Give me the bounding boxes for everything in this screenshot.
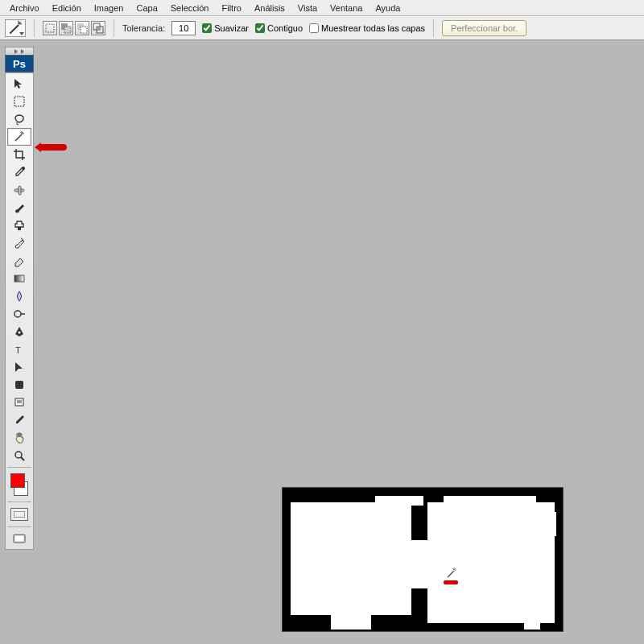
menu-imagen[interactable]: Imagen	[88, 2, 130, 14]
svg-rect-21	[18, 227, 21, 230]
blur-tool[interactable]	[7, 287, 31, 305]
hand-tool[interactable]	[7, 429, 31, 447]
antialias-check-input[interactable]	[202, 23, 212, 33]
antialias-checkbox[interactable]: Suavizar	[202, 23, 249, 33]
antialias-label: Suavizar	[214, 23, 249, 33]
svg-rect-6	[64, 27, 71, 33]
selection-mode-buttons	[43, 21, 105, 35]
annotation-mark	[444, 580, 458, 584]
svg-rect-11	[97, 27, 100, 30]
svg-point-23	[14, 311, 21, 317]
selection-add-button[interactable]	[59, 21, 73, 35]
main-menu-bar: Archivo Edición Imagen Capa Selección Fi…	[0, 0, 644, 16]
selection-subtract-button[interactable]	[75, 21, 89, 35]
crop-tool[interactable]	[7, 146, 31, 163]
menu-vista[interactable]: Vista	[291, 2, 324, 14]
menu-seleccion[interactable]: Selección	[164, 2, 216, 14]
refine-edge-button[interactable]: Perfeccionar bor.	[442, 20, 526, 36]
annotation-arrow	[38, 144, 67, 151]
tolerance-label: Tolerancia:	[122, 23, 165, 33]
screen-mode-button[interactable]	[7, 530, 31, 547]
menu-ayuda[interactable]: Ayuda	[369, 2, 407, 14]
shape-tool[interactable]	[7, 376, 31, 394]
sample-all-checkbox[interactable]: Muestrear todas las capas	[309, 23, 425, 33]
current-tool-preset[interactable]	[5, 19, 26, 37]
sample-all-check-input[interactable]	[309, 23, 319, 33]
move-tool[interactable]	[7, 75, 31, 93]
svg-rect-22	[14, 275, 24, 282]
photoshop-logo: Ps	[5, 55, 34, 72]
svg-rect-27	[15, 381, 23, 389]
contiguous-check-input[interactable]	[255, 23, 265, 33]
svg-line-13	[15, 134, 22, 141]
svg-text:T: T	[15, 345, 21, 355]
selection-new-button[interactable]	[43, 21, 57, 35]
eyedropper-tool[interactable]	[7, 163, 31, 181]
menu-filtro[interactable]: Filtro	[215, 2, 247, 14]
svg-rect-34	[15, 536, 23, 541]
svg-line-35	[448, 571, 454, 577]
wand-cursor-icon	[446, 564, 460, 579]
menu-capa[interactable]: Capa	[130, 2, 163, 14]
contiguous-label: Contiguo	[267, 23, 303, 33]
menu-edicion[interactable]: Edición	[46, 2, 88, 14]
clone-stamp-tool[interactable]	[7, 217, 31, 234]
menu-archivo[interactable]: Archivo	[3, 2, 46, 14]
selection-intersect-button[interactable]	[91, 21, 105, 35]
svg-line-0	[10, 25, 19, 34]
options-bar: Tolerancia: Suavizar Contiguo Muestrear …	[0, 16, 644, 40]
svg-line-32	[21, 457, 24, 460]
color-sampler-tool[interactable]	[7, 411, 31, 429]
contiguous-checkbox[interactable]: Contiguo	[255, 23, 303, 33]
pen-tool[interactable]	[7, 323, 31, 341]
svg-rect-4	[46, 24, 54, 32]
magic-wand-tool[interactable]	[7, 128, 31, 146]
quick-mask-toggle[interactable]	[7, 505, 31, 524]
toolbox-panel: Ps T	[5, 47, 34, 550]
sample-all-label: Muestrear todas las capas	[321, 23, 425, 33]
svg-point-25	[19, 332, 21, 334]
foreground-color-swatch[interactable]	[10, 473, 25, 488]
notes-tool[interactable]	[7, 394, 31, 411]
type-tool[interactable]: T	[7, 341, 31, 358]
svg-point-31	[15, 452, 22, 458]
document-canvas[interactable]	[282, 487, 564, 632]
svg-point-18	[22, 167, 25, 170]
svg-rect-12	[14, 97, 24, 106]
zoom-tool[interactable]	[7, 447, 31, 464]
color-swatches[interactable]	[9, 472, 30, 497]
toolbox-collapse-handle[interactable]	[5, 47, 34, 55]
menu-ventana[interactable]: Ventana	[324, 2, 369, 14]
lasso-tool[interactable]	[7, 110, 31, 128]
svg-rect-8	[80, 27, 87, 33]
svg-rect-20	[19, 186, 21, 195]
menu-analisis[interactable]: Análisis	[248, 2, 291, 14]
path-selection-tool[interactable]	[7, 358, 31, 376]
eraser-tool[interactable]	[7, 252, 31, 270]
brush-tool[interactable]	[7, 199, 31, 217]
dodge-tool[interactable]	[7, 305, 31, 323]
marquee-tool[interactable]	[7, 93, 31, 110]
history-brush-tool[interactable]	[7, 234, 31, 252]
gradient-tool[interactable]	[7, 270, 31, 287]
healing-brush-tool[interactable]	[7, 181, 31, 199]
tolerance-input[interactable]	[171, 21, 196, 35]
